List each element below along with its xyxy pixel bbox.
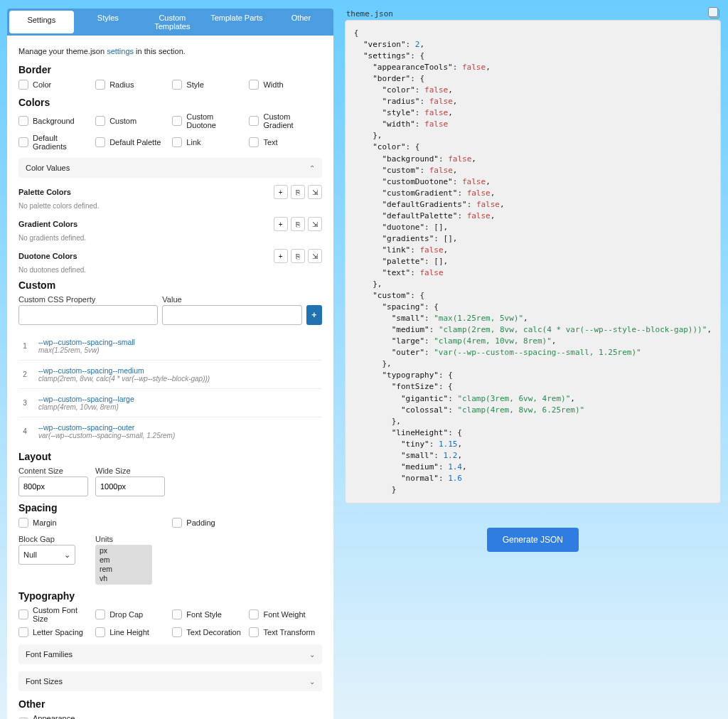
checkbox-link[interactable] bbox=[172, 137, 182, 147]
checkbox-custom-font-size[interactable] bbox=[18, 609, 28, 619]
checkbox-font-weight[interactable] bbox=[249, 609, 259, 619]
list-item[interactable]: 2 --wp--custom--spacing--mediumclamp(2re… bbox=[18, 361, 322, 389]
settings-panel: Manage your theme.json settings in this … bbox=[7, 36, 333, 719]
input-css-value[interactable] bbox=[162, 305, 301, 325]
generate-json-button[interactable]: Generate JSON bbox=[487, 528, 579, 552]
import-duotone-button[interactable]: ⎘ bbox=[291, 249, 305, 263]
tab-other[interactable]: Other bbox=[269, 9, 333, 36]
duotone-empty: No duotones defined. bbox=[18, 266, 322, 274]
section-spacing: Spacing bbox=[18, 502, 322, 513]
checkbox-default-palette[interactable] bbox=[95, 137, 105, 147]
section-layout: Layout bbox=[18, 451, 322, 462]
add-gradient-button[interactable]: + bbox=[274, 217, 288, 231]
settings-link[interactable]: settings bbox=[107, 47, 134, 55]
palette-empty: No palette colors defined. bbox=[18, 202, 322, 210]
label-css-property: Custom CSS Property bbox=[18, 295, 158, 304]
section-custom: Custom bbox=[18, 279, 322, 291]
tab-custom-templates[interactable]: Custom Templates bbox=[140, 9, 205, 36]
list-item[interactable]: 4 --wp--custom--spacing--outervar(--wp--… bbox=[18, 417, 322, 445]
checkbox-padding[interactable] bbox=[172, 518, 182, 528]
section-other: Other bbox=[18, 698, 322, 710]
checkbox-border-radius[interactable] bbox=[95, 80, 105, 90]
import-palette-button[interactable]: ⎘ bbox=[291, 185, 305, 199]
checkbox-letter-spacing[interactable] bbox=[18, 627, 28, 637]
label-content-size: Content Size bbox=[18, 467, 88, 475]
intro-text: Manage your theme.json settings in this … bbox=[18, 47, 322, 55]
select-block-gap[interactable]: Null⌄ bbox=[18, 545, 75, 565]
border-checks: Color Radius Style Width bbox=[18, 80, 322, 90]
other-checks: Appearance Tools bbox=[18, 714, 322, 719]
checkbox-background[interactable] bbox=[18, 116, 28, 126]
label-wide-size: Wide Size bbox=[95, 467, 165, 475]
gradient-colors-title: Gradient Colors bbox=[18, 220, 77, 228]
checkbox-line-height[interactable] bbox=[95, 627, 105, 637]
palette-colors-title: Palette Colors bbox=[18, 188, 71, 196]
checkbox-custom[interactable] bbox=[95, 116, 105, 126]
gradient-empty: No gradients defined. bbox=[18, 234, 322, 242]
input-wide-size[interactable] bbox=[95, 476, 165, 496]
input-css-property[interactable] bbox=[18, 305, 158, 325]
section-colors: Colors bbox=[18, 97, 322, 108]
chevron-down-icon: ⌄ bbox=[309, 678, 315, 686]
colors-checks: Background Custom Custom Duotone Custom … bbox=[18, 112, 322, 151]
import-gradient-button[interactable]: ⎘ bbox=[291, 217, 305, 231]
label-css-value: Value bbox=[162, 295, 301, 304]
duotone-colors-title: Duotone Colors bbox=[18, 252, 77, 260]
section-border: Border bbox=[18, 64, 322, 75]
units-listbox[interactable]: px em rem vh bbox=[95, 545, 152, 585]
spacing-checks: Margin Padding bbox=[18, 518, 322, 528]
checkbox-custom-gradient[interactable] bbox=[249, 116, 259, 126]
add-custom-button[interactable]: + bbox=[306, 305, 322, 325]
accordion-font-families[interactable]: Font Families ⌄ bbox=[18, 644, 322, 664]
checkbox-default-gradients[interactable] bbox=[18, 137, 28, 147]
custom-list: 1 --wp--custom--spacing--smallmax(1.25re… bbox=[18, 332, 322, 445]
expand-gradient-button[interactable]: ⇲ bbox=[308, 217, 322, 231]
tab-template-parts[interactable]: Template Parts bbox=[205, 9, 269, 36]
chevron-down-icon: ⌄ bbox=[309, 651, 315, 659]
filename: theme.json bbox=[346, 9, 393, 18]
tab-styles[interactable]: Styles bbox=[76, 9, 141, 36]
checkbox-text[interactable] bbox=[249, 137, 259, 147]
tab-settings[interactable]: Settings bbox=[9, 11, 74, 33]
checkbox-drop-cap[interactable] bbox=[95, 609, 105, 619]
tabs: Settings Styles Custom Templates Templat… bbox=[7, 9, 333, 36]
accordion-color-values[interactable]: Color Values ⌃ bbox=[18, 158, 322, 178]
typography-checks: Custom Font Size Drop Cap Font Style Fon… bbox=[18, 606, 322, 637]
checkbox-custom-duotone[interactable] bbox=[172, 116, 182, 126]
expand-duotone-button[interactable]: ⇲ bbox=[308, 249, 322, 263]
chevron-up-icon: ⌃ bbox=[309, 164, 315, 172]
expand-palette-button[interactable]: ⇲ bbox=[308, 185, 322, 199]
checkbox-margin[interactable] bbox=[18, 518, 28, 528]
add-palette-button[interactable]: + bbox=[274, 185, 288, 199]
chevron-down-icon: ⌄ bbox=[64, 550, 70, 560]
label-block-gap: Block Gap bbox=[18, 535, 88, 543]
input-content-size[interactable] bbox=[18, 476, 88, 496]
section-typography: Typography bbox=[18, 590, 322, 602]
checkbox-text-transform[interactable] bbox=[249, 627, 259, 637]
copy-icon[interactable] bbox=[710, 9, 719, 18]
json-preview: { "version": 2, "settings": { "appearanc… bbox=[345, 20, 721, 504]
checkbox-font-style[interactable] bbox=[172, 609, 182, 619]
checkbox-border-color[interactable] bbox=[18, 80, 28, 90]
add-duotone-button[interactable]: + bbox=[274, 249, 288, 263]
list-item[interactable]: 3 --wp--custom--spacing--largeclamp(4rem… bbox=[18, 389, 322, 417]
checkbox-border-width[interactable] bbox=[249, 80, 259, 90]
accordion-font-sizes[interactable]: Font Sizes ⌄ bbox=[18, 671, 322, 691]
checkbox-border-style[interactable] bbox=[172, 80, 182, 90]
label-units: Units bbox=[95, 535, 165, 543]
list-item[interactable]: 1 --wp--custom--spacing--smallmax(1.25re… bbox=[18, 332, 322, 361]
checkbox-text-decoration[interactable] bbox=[172, 627, 182, 637]
